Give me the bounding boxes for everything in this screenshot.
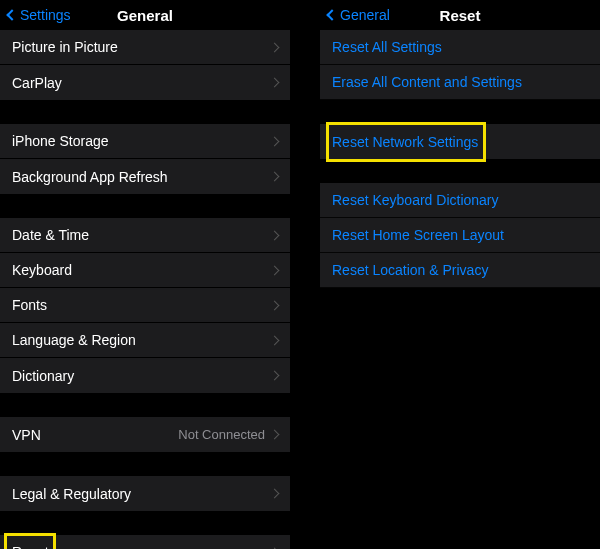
row-label: Fonts xyxy=(12,297,271,313)
row-vpn[interactable]: VPN Not Connected xyxy=(0,417,290,452)
row-label: Date & Time xyxy=(12,227,271,243)
row-reset-keyboard-dictionary[interactable]: Reset Keyboard Dictionary xyxy=(320,183,600,218)
row-iphone-storage[interactable]: iPhone Storage xyxy=(0,124,290,159)
navbar: General Reset xyxy=(320,0,600,30)
row-label: Reset Network Settings xyxy=(332,134,588,150)
row-legal-regulatory[interactable]: Legal & Regulatory xyxy=(0,476,290,511)
group-reset-all: Reset All Settings Erase All Content and… xyxy=(320,30,600,100)
chevron-left-icon xyxy=(326,9,337,20)
row-reset-home-screen-layout[interactable]: Reset Home Screen Layout xyxy=(320,218,600,253)
page-title: General xyxy=(117,7,173,24)
back-label: Settings xyxy=(20,7,71,23)
row-label: Dictionary xyxy=(12,368,271,384)
chevron-right-icon xyxy=(270,172,280,182)
chevron-left-icon xyxy=(6,9,17,20)
row-keyboard[interactable]: Keyboard xyxy=(0,253,290,288)
group-media: Picture in Picture CarPlay xyxy=(0,30,290,100)
row-label: Legal & Regulatory xyxy=(12,486,271,502)
back-button[interactable]: General xyxy=(328,7,390,23)
general-settings-screen: Settings General Picture in Picture CarP… xyxy=(0,0,290,549)
row-label: CarPlay xyxy=(12,75,271,91)
row-reset[interactable]: Reset xyxy=(0,535,290,549)
chevron-right-icon xyxy=(270,78,280,88)
row-erase-all-content[interactable]: Erase All Content and Settings xyxy=(320,65,600,100)
row-picture-in-picture[interactable]: Picture in Picture xyxy=(0,30,290,65)
row-reset-all-settings[interactable]: Reset All Settings xyxy=(320,30,600,65)
row-label: VPN xyxy=(12,427,178,443)
row-label: Picture in Picture xyxy=(12,39,271,55)
chevron-right-icon xyxy=(270,265,280,275)
row-label: Keyboard xyxy=(12,262,271,278)
row-label: Reset Location & Privacy xyxy=(332,262,588,278)
group-reset-other: Reset Keyboard Dictionary Reset Home Scr… xyxy=(320,183,600,288)
group-storage: iPhone Storage Background App Refresh xyxy=(0,124,290,194)
chevron-right-icon xyxy=(270,230,280,240)
row-reset-location-privacy[interactable]: Reset Location & Privacy xyxy=(320,253,600,288)
row-label: Background App Refresh xyxy=(12,169,271,185)
row-value: Not Connected xyxy=(178,427,265,442)
row-label: iPhone Storage xyxy=(12,133,271,149)
page-title: Reset xyxy=(440,7,481,24)
row-carplay[interactable]: CarPlay xyxy=(0,65,290,100)
row-dictionary[interactable]: Dictionary xyxy=(0,358,290,393)
reset-screen: General Reset Reset All Settings Erase A… xyxy=(320,0,600,549)
chevron-right-icon xyxy=(270,335,280,345)
row-fonts[interactable]: Fonts xyxy=(0,288,290,323)
chevron-right-icon xyxy=(270,300,280,310)
row-background-app-refresh[interactable]: Background App Refresh xyxy=(0,159,290,194)
chevron-right-icon xyxy=(270,42,280,52)
group-network: Reset Network Settings xyxy=(320,124,600,159)
row-label: Reset All Settings xyxy=(332,39,588,55)
chevron-right-icon xyxy=(270,430,280,440)
navbar: Settings General xyxy=(0,0,290,30)
back-button[interactable]: Settings xyxy=(8,7,71,23)
group-vpn: VPN Not Connected xyxy=(0,417,290,452)
row-label: Reset Keyboard Dictionary xyxy=(332,192,588,208)
chevron-right-icon xyxy=(270,371,280,381)
group-reset: Reset Shut Down xyxy=(0,535,290,549)
row-label: Reset xyxy=(12,544,271,549)
row-date-time[interactable]: Date & Time xyxy=(0,218,290,253)
row-reset-network-settings[interactable]: Reset Network Settings xyxy=(320,124,600,159)
row-label: Language & Region xyxy=(12,332,271,348)
chevron-right-icon xyxy=(270,136,280,146)
group-legal: Legal & Regulatory xyxy=(0,476,290,511)
row-label: Reset Home Screen Layout xyxy=(332,227,588,243)
row-label: Erase All Content and Settings xyxy=(332,74,588,90)
group-language: Date & Time Keyboard Fonts Language & Re… xyxy=(0,218,290,393)
row-language-region[interactable]: Language & Region xyxy=(0,323,290,358)
chevron-right-icon xyxy=(270,489,280,499)
back-label: General xyxy=(340,7,390,23)
